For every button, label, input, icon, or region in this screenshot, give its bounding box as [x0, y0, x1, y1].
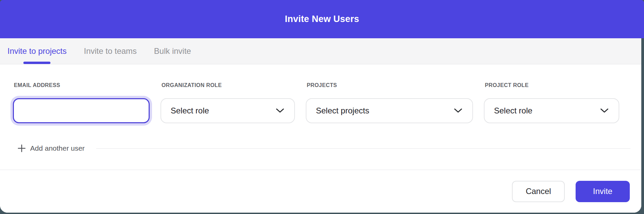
organization-role-column: ORGANIZATION ROLE Select role [160, 83, 295, 123]
add-another-user-button[interactable]: Add another user [30, 144, 85, 152]
invite-form: EMAIL ADDRESS ORGANIZATION ROLE Select r… [0, 64, 641, 153]
dialog-body: Invite to projects Invite to teams Bulk … [0, 38, 641, 213]
tab-label: Invite to teams [84, 46, 137, 56]
projects-value: Select projects [316, 106, 369, 115]
plus-icon [17, 144, 26, 153]
organization-role-value: Select role [171, 106, 209, 115]
email-input[interactable] [13, 98, 150, 123]
organization-role-select[interactable]: Select role [160, 98, 295, 123]
tab-bar: Invite to projects Invite to teams Bulk … [0, 38, 641, 64]
dialog-header: Invite New Users [0, 0, 644, 38]
project-role-column: PROJECT ROLE Select role [484, 83, 619, 123]
chevron-down-icon [454, 108, 462, 113]
chevron-down-icon [600, 108, 608, 113]
cancel-button[interactable]: Cancel [512, 181, 565, 202]
projects-column: PROJECTS Select projects [306, 83, 473, 123]
invite-button[interactable]: Invite [576, 181, 630, 202]
chevron-down-icon [276, 108, 284, 113]
projects-select[interactable]: Select projects [306, 98, 473, 123]
email-column: EMAIL ADDRESS [13, 83, 150, 123]
projects-label: PROJECTS [306, 83, 473, 88]
add-another-user-row: Add another user [13, 144, 641, 153]
organization-role-label: ORGANIZATION ROLE [160, 83, 295, 88]
tab-invite-to-projects[interactable]: Invite to projects [7, 38, 67, 64]
project-role-label: PROJECT ROLE [484, 83, 619, 88]
user-row: EMAIL ADDRESS ORGANIZATION ROLE Select r… [13, 83, 641, 123]
tab-bulk-invite[interactable]: Bulk invite [154, 38, 191, 64]
active-tab-underline [23, 62, 50, 64]
tab-invite-to-teams[interactable]: Invite to teams [84, 38, 137, 64]
dialog-footer: Cancel Invite [0, 170, 641, 213]
tab-label: Bulk invite [154, 46, 191, 56]
dialog-title: Invite New Users [285, 14, 359, 24]
tab-label: Invite to projects [7, 46, 67, 56]
row-divider [96, 148, 630, 149]
email-address-label: EMAIL ADDRESS [13, 83, 150, 88]
project-role-value: Select role [494, 106, 532, 115]
project-role-select[interactable]: Select role [484, 98, 619, 123]
